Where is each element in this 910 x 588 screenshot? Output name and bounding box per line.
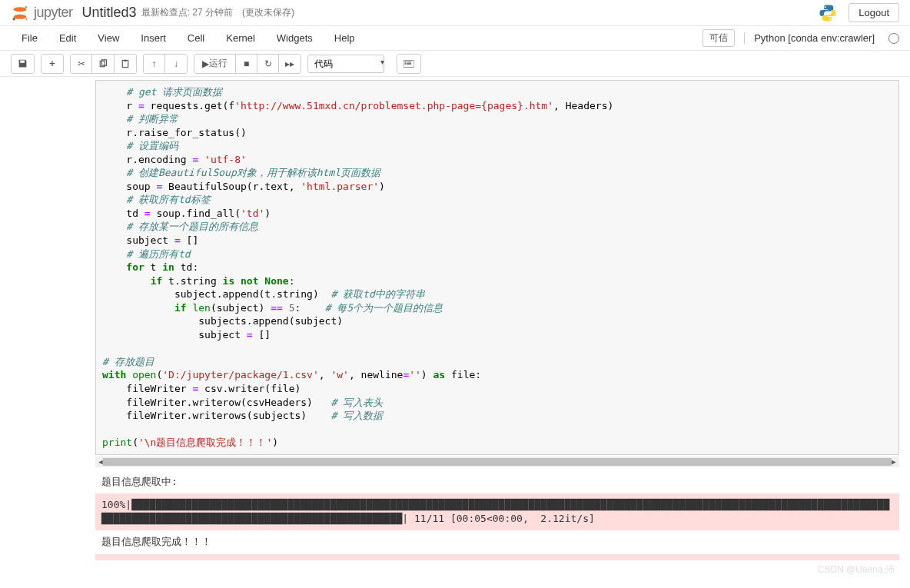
interrupt-button[interactable]: ■ bbox=[236, 55, 257, 73]
svg-point-5 bbox=[825, 6, 826, 8]
notebook-container: # get 请求页面数据 r = requests.get(f'http://w… bbox=[0, 80, 910, 588]
copy-button[interactable] bbox=[92, 55, 115, 73]
menu-file[interactable]: File bbox=[11, 28, 48, 48]
svg-rect-17 bbox=[407, 63, 411, 65]
svg-rect-10 bbox=[125, 59, 127, 61]
svg-rect-14 bbox=[408, 61, 410, 62]
svg-point-6 bbox=[830, 18, 832, 19]
svg-point-3 bbox=[13, 18, 15, 20]
scrollbar-thumb[interactable] bbox=[103, 458, 892, 466]
kernel-name[interactable]: Python [conda env:crawler] bbox=[744, 32, 875, 44]
svg-point-1 bbox=[14, 14, 27, 18]
svg-point-4 bbox=[25, 18, 27, 19]
svg-point-2 bbox=[25, 5, 27, 8]
trusted-indicator[interactable]: 可信 bbox=[702, 29, 735, 47]
code-input-area[interactable]: # get 请求页面数据 r = requests.get(f'http://w… bbox=[95, 80, 899, 455]
svg-rect-13 bbox=[407, 61, 408, 62]
cell-type-select[interactable]: 代码 bbox=[307, 55, 384, 73]
restart-run-all-button[interactable]: ▸▸ bbox=[279, 55, 301, 73]
jupyter-logo-text: jupyter bbox=[34, 5, 73, 21]
output-progress-bar: 100%|███████████████████████████████████… bbox=[95, 493, 899, 530]
svg-rect-15 bbox=[410, 61, 412, 62]
menu-help[interactable]: Help bbox=[324, 28, 366, 48]
unsaved-status: (更改未保存) bbox=[242, 6, 294, 19]
paste-button[interactable] bbox=[115, 55, 136, 73]
move-down-button[interactable]: ↓ bbox=[165, 55, 187, 73]
scroll-right-icon[interactable]: ► bbox=[888, 457, 899, 467]
svg-point-0 bbox=[14, 7, 27, 12]
output-stdout: 题目信息爬取中: bbox=[95, 470, 899, 493]
menu-widgets[interactable]: Widgets bbox=[266, 28, 324, 48]
checkpoint-status: 最新检查点: 27 分钟前 bbox=[141, 6, 233, 19]
command-palette-button[interactable] bbox=[397, 55, 420, 73]
watermark: CSDN @Uaena.沛 bbox=[818, 563, 895, 576]
output-cell: 题目信息爬取中: 100%|██████████████████████████… bbox=[11, 470, 899, 560]
output-stdout-done: 题目信息爬取完成！！！ bbox=[95, 530, 899, 553]
svg-rect-16 bbox=[405, 63, 407, 65]
menu-cell[interactable]: Cell bbox=[177, 28, 215, 48]
jupyter-logo-icon bbox=[11, 4, 29, 22]
save-button[interactable] bbox=[12, 55, 34, 73]
cut-button[interactable]: ✂ bbox=[71, 55, 92, 73]
cell-prompt bbox=[11, 80, 95, 467]
menu-insert[interactable]: Insert bbox=[130, 28, 177, 48]
jupyter-logo[interactable]: jupyter bbox=[11, 4, 73, 22]
menu-view[interactable]: View bbox=[87, 28, 130, 48]
move-up-button[interactable]: ↑ bbox=[144, 55, 165, 73]
svg-rect-12 bbox=[405, 61, 407, 62]
toolbar: ＋ ✂ ↑ ↓ ▶ 运行 ■ ↻ ▸▸ 代码 bbox=[0, 51, 910, 77]
restart-button[interactable]: ↻ bbox=[257, 55, 279, 73]
code-cell[interactable]: # get 请求页面数据 r = requests.get(f'http://w… bbox=[11, 80, 899, 467]
python-icon bbox=[818, 3, 838, 23]
kernel-indicator-icon bbox=[888, 33, 899, 44]
menu-kernel[interactable]: Kernel bbox=[215, 28, 266, 48]
horizontal-scrollbar[interactable]: ◄ ► bbox=[95, 457, 899, 467]
notebook-header: jupyter Untitled3 最新检查点: 27 分钟前 (更改未保存) … bbox=[0, 0, 910, 26]
notebook-name[interactable]: Untitled3 bbox=[82, 5, 137, 21]
output-stderr-empty bbox=[95, 554, 899, 560]
logout-button[interactable]: Logout bbox=[849, 3, 899, 22]
insert-cell-button[interactable]: ＋ bbox=[42, 55, 63, 73]
menubar: FileEditViewInsertCellKernelWidgetsHelp … bbox=[0, 26, 910, 51]
run-button[interactable]: ▶ 运行 bbox=[194, 55, 236, 73]
menu-edit[interactable]: Edit bbox=[48, 28, 87, 48]
